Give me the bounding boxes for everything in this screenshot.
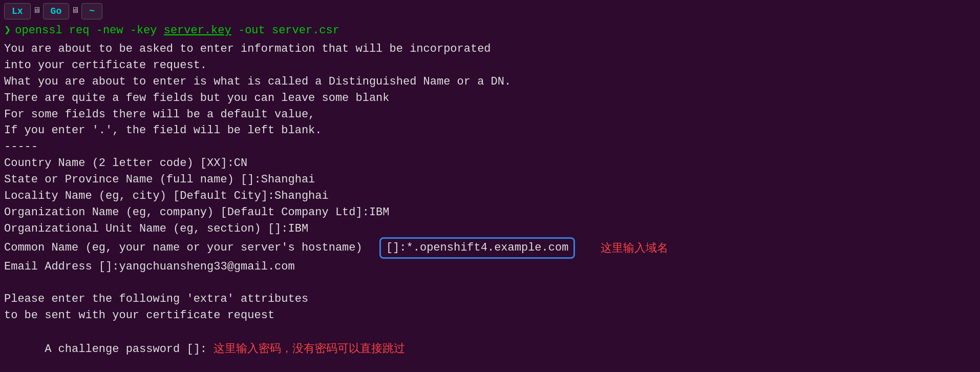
output-line-country: Country Name (2 letter code) [XX]:CN: [4, 155, 976, 172]
output-line-state: State or Province Name (full name) []:Sh…: [4, 172, 976, 188]
output-line-1: You are about to be asked to enter infor…: [4, 41, 976, 57]
tab-go[interactable]: Go: [43, 3, 70, 19]
terminal-window: Lx 🖥 Go 🖥 ~ ❯ openssl req -new -key serv…: [0, 0, 980, 372]
tab-lx[interactable]: Lx: [4, 3, 31, 19]
terminal-output: You are about to be asked to enter infor…: [0, 41, 980, 372]
common-name-line: Common Name (eg, your name or your serve…: [4, 237, 976, 259]
tab-tilde-label: ~: [89, 5, 95, 18]
server-key-highlight: server.key: [164, 24, 231, 37]
command-text: openssl req -new -key server.key -out se…: [15, 23, 339, 39]
tab-tilde[interactable]: ~: [81, 3, 102, 19]
output-line-2: into your certificate request.: [4, 57, 976, 74]
output-line-5: For some fields there will be a default …: [4, 107, 976, 123]
tab-go-label: Go: [51, 5, 62, 18]
common-name-value: []:*.openshift4.example.com: [379, 237, 575, 259]
challenge-annotation: 这里输入密码，没有密码可以直接跳过: [214, 342, 405, 355]
output-line-4: There are quite a few fields but you can…: [4, 90, 976, 107]
extra-line-1: Please enter the following 'extra' attri…: [4, 291, 976, 307]
blank-line-1: [4, 275, 976, 291]
tab-lx-label: Lx: [12, 5, 23, 18]
common-name-prefix: Common Name (eg, your name or your serve…: [4, 240, 369, 256]
extra-line-2: to be sent with your certificate request: [4, 307, 976, 324]
output-line-6: If you enter '.', the field will be left…: [4, 122, 976, 139]
output-line-locality: Locality Name (eg, city) [Default City]:…: [4, 188, 976, 204]
tab-bar: Lx 🖥 Go 🖥 ~: [0, 2, 980, 23]
tab-separator-icon2: 🖥: [71, 5, 79, 17]
challenge-line: A challenge password []: 这里输入密码，没有密码可以直接…: [4, 324, 976, 372]
prompt-line: ❯ openssl req -new -key server.key -out …: [0, 23, 980, 39]
prompt-arrow: ❯: [4, 23, 11, 39]
tab-separator-icon: 🖥: [33, 5, 41, 17]
output-line-org: Organization Name (eg, company) [Default…: [4, 204, 976, 221]
output-line-email: Email Address []:yangchuansheng33@gmail.…: [4, 259, 976, 275]
domain-annotation: 这里输入域名: [601, 240, 668, 256]
output-separator: -----: [4, 139, 976, 155]
challenge-prefix: A challenge password []:: [45, 343, 214, 356]
output-line-orgunit: Organizational Unit Name (eg, section) […: [4, 221, 976, 237]
output-line-3: What you are about to enter is what is c…: [4, 74, 976, 90]
